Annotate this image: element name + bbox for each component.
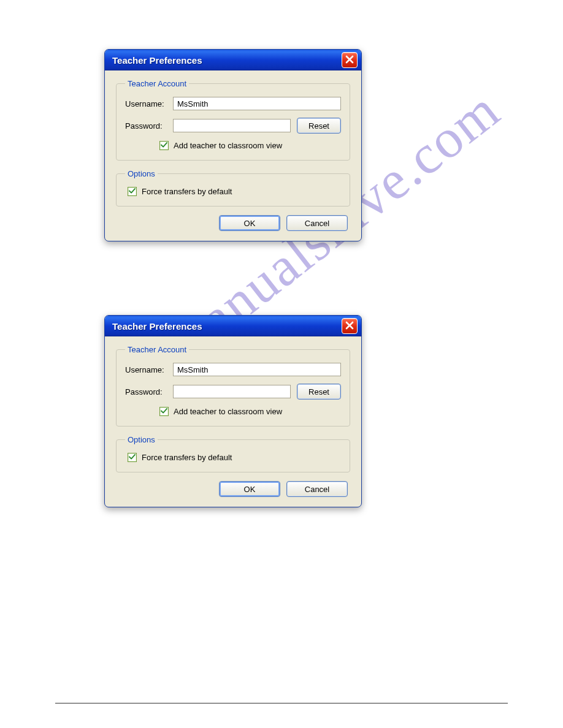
teacher-account-legend: Teacher Account: [125, 79, 189, 88]
add-teacher-checkbox[interactable]: [159, 407, 169, 416]
cancel-button[interactable]: Cancel: [286, 215, 348, 231]
ok-button[interactable]: OK: [219, 215, 280, 231]
titlebar[interactable]: Teacher Preferences: [105, 50, 361, 70]
dialog-title: Teacher Preferences: [112, 55, 202, 66]
username-label: Username:: [125, 99, 173, 108]
dialog-title: Teacher Preferences: [112, 321, 202, 332]
password-label: Password:: [125, 387, 173, 396]
options-group: Options Force transfers by default: [116, 169, 350, 207]
options-legend: Options: [125, 169, 158, 178]
password-input[interactable]: [173, 119, 291, 132]
check-icon: [129, 187, 136, 196]
password-label: Password:: [125, 121, 173, 131]
teacher-preferences-dialog: Teacher Preferences Teacher Account User…: [104, 315, 362, 507]
username-label: Username:: [125, 365, 173, 374]
check-icon: [129, 453, 136, 462]
add-teacher-checkbox[interactable]: [159, 141, 169, 150]
cancel-button[interactable]: Cancel: [286, 481, 348, 497]
force-transfers-checkbox[interactable]: [128, 453, 137, 462]
titlebar[interactable]: Teacher Preferences: [105, 316, 361, 336]
force-transfers-checkbox[interactable]: [128, 187, 137, 196]
ok-button[interactable]: OK: [219, 481, 280, 497]
close-icon: [345, 321, 354, 332]
check-icon: [161, 407, 167, 416]
check-icon: [161, 141, 167, 150]
password-input[interactable]: [173, 385, 291, 398]
username-input[interactable]: [173, 363, 341, 376]
teacher-account-group: Teacher Account Username: Password: Rese…: [116, 79, 350, 161]
page-divider: [55, 703, 508, 703]
options-group: Options Force transfers by default: [116, 435, 350, 472]
close-icon: [345, 55, 354, 66]
force-transfers-label: Force transfers by default: [142, 187, 232, 196]
add-teacher-label: Add teacher to classroom view: [174, 141, 282, 150]
username-input[interactable]: [173, 97, 341, 110]
reset-button[interactable]: Reset: [297, 384, 341, 400]
teacher-preferences-dialog: Teacher Preferences Teacher Account User…: [104, 49, 362, 241]
reset-button[interactable]: Reset: [297, 118, 341, 134]
add-teacher-label: Add teacher to classroom view: [174, 407, 282, 416]
close-button[interactable]: [342, 52, 358, 68]
teacher-account-group: Teacher Account Username: Password: Rese…: [116, 345, 350, 427]
force-transfers-label: Force transfers by default: [142, 453, 232, 462]
options-legend: Options: [125, 435, 158, 444]
close-button[interactable]: [342, 318, 358, 334]
teacher-account-legend: Teacher Account: [125, 345, 189, 354]
